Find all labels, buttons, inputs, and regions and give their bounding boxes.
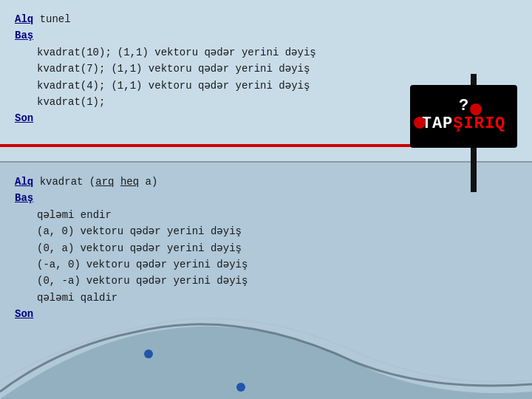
top-code-1: kvadrat(10);	[37, 44, 112, 61]
bas-keyword-bottom: Baş	[15, 192, 33, 204]
bottom-comment-b2: vektoru qədər yerini dəyiş	[80, 223, 242, 239]
bottom-comment-b4: vektoru qədər yerini dəyiş	[86, 256, 248, 273]
sign-question-mark: ?	[459, 98, 468, 115]
bottom-code-b1: qələmi endir	[37, 209, 112, 221]
bottom-code-b6: qələmi qaldir	[37, 292, 117, 304]
bottom-arg2: heq	[120, 176, 139, 188]
bas-keyword-top: Baş	[15, 30, 33, 41]
road-dot-2	[236, 383, 245, 392]
red-line-top	[0, 144, 458, 147]
bottom-line-1-end: a)	[139, 176, 157, 188]
sign-siriq: ŞIRIQ	[453, 115, 505, 133]
top-comment-1: (1,1) vektoru qədər yerini dəyiş	[117, 44, 316, 61]
bottom-code-block: Alq kvadrat (arq heq a) Baş qələmi endir…	[15, 174, 517, 323]
bottom-code-b3: (0, a)	[37, 240, 74, 256]
bottom-indent-3: (0, a) vektoru qədər yerini dəyiş	[37, 240, 517, 256]
main-container: Alq tunel Baş kvadrat(10); (1,1) vektoru…	[0, 0, 532, 399]
top-code-3: kvadrat(4);	[37, 78, 105, 94]
son-keyword-bottom: Son	[15, 308, 33, 320]
bottom-arg1: arq	[95, 176, 114, 188]
bottom-line-1-mid	[114, 176, 120, 188]
bottom-code-b2: (a, 0)	[37, 223, 74, 239]
bottom-indent-1: qələmi endir	[37, 207, 517, 223]
top-line-1: Alq tunel	[15, 11, 517, 27]
bottom-indent-2: (a, 0) vektoru qədər yerini dəyiş	[37, 223, 517, 239]
bottom-section: Alq kvadrat (arq heq a) Baş qələmi endir…	[0, 163, 532, 399]
post-dot	[470, 103, 482, 115]
bottom-comment-b5: vektoru qədər yerini dəyiş	[86, 273, 248, 289]
red-dot-post	[414, 117, 426, 129]
sign-board: ? TAPŞIRIQ	[410, 85, 517, 148]
top-comment-2: (1,1) vektoru qədər yerini dəyiş	[111, 61, 310, 77]
bottom-comment-b3: vektoru qədər yerini dəyiş	[80, 240, 242, 256]
bottom-son: Son	[15, 306, 517, 322]
top-code-4: kvadrat(1);	[37, 96, 105, 108]
top-indent-1: kvadrat(10); (1,1) vektoru qədər yerini …	[37, 44, 517, 61]
alq-keyword-top: Alq	[15, 13, 33, 25]
sign-container: ? TAPŞIRIQ	[399, 74, 517, 192]
bottom-indent-4: (-a, 0) vektoru qədər yerini dəyiş	[37, 256, 517, 273]
son-keyword-top: Son	[15, 112, 33, 124]
bottom-line-1-rest: kvadrat (	[40, 176, 96, 188]
top-code-2: kvadrat(7);	[37, 61, 105, 77]
alq-keyword-bottom: Alq	[15, 176, 33, 188]
sign-tap: TAP	[422, 115, 454, 133]
road-dot-1	[144, 349, 153, 358]
top-comment-3: (1,1) vektoru qədər yerini dəyiş	[111, 78, 310, 94]
bottom-line-2: Baş	[15, 190, 517, 206]
top-line-2: Baş	[15, 27, 517, 44]
sign-text: TAPŞIRIQ	[422, 115, 506, 134]
bottom-code-b4: (-a, 0)	[37, 256, 81, 273]
bottom-indent-5: (0, -a) vektoru qədər yerini dəyiş	[37, 273, 517, 289]
bottom-indent-6: qələmi qaldir	[37, 290, 517, 306]
bottom-code-b5: (0, -a)	[37, 273, 81, 289]
top-line-1-rest: tunel	[40, 13, 71, 25]
